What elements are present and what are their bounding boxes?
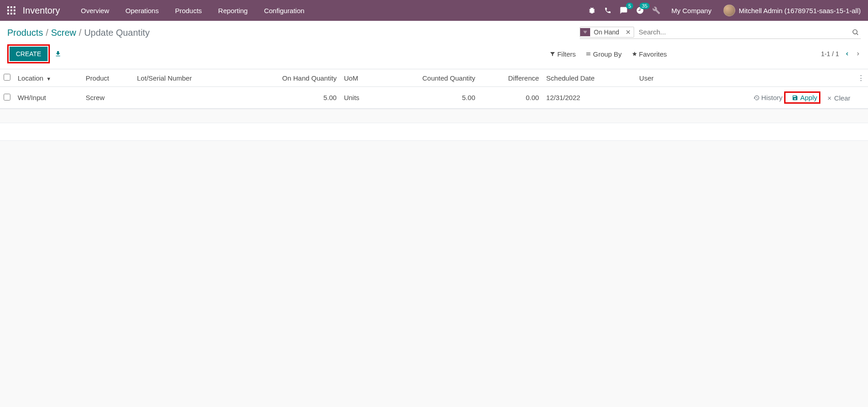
messages-icon[interactable]: 5: [620, 6, 628, 14]
activities-icon[interactable]: 35: [636, 6, 644, 14]
create-highlight: CREATE: [7, 44, 50, 63]
svg-rect-2: [14, 6, 15, 8]
breadcrumb-products[interactable]: Products: [7, 28, 43, 38]
svg-rect-8: [14, 13, 15, 14]
cell-location: WH/Input: [14, 87, 82, 109]
tools-icon[interactable]: [652, 6, 660, 14]
breadcrumb: Products / Screw / Update Quantity: [7, 28, 150, 38]
apply-highlight: Apply: [784, 91, 820, 104]
app-brand[interactable]: Inventory: [23, 5, 60, 16]
avatar: [723, 5, 735, 16]
menu-products[interactable]: Products: [167, 0, 210, 21]
activities-badge: 35: [640, 3, 650, 9]
col-location[interactable]: Location ▼: [14, 69, 82, 87]
pager-range[interactable]: 1-1 / 1: [821, 50, 839, 57]
facet-label: On Hand: [590, 27, 623, 37]
main-menu: Overview Operations Products Reporting C…: [73, 0, 312, 21]
pager-next-icon[interactable]: [855, 51, 861, 57]
filter-icon: [580, 28, 590, 36]
apps-icon[interactable]: [7, 6, 15, 14]
svg-rect-3: [7, 10, 9, 11]
groupby-button[interactable]: Group By: [586, 50, 621, 58]
search-input[interactable]: [637, 26, 850, 38]
systray: 5 35 My Company Mitchell Admin (16789751…: [588, 5, 861, 16]
top-navbar: Inventory Overview Operations Products R…: [0, 0, 868, 21]
svg-rect-1: [10, 6, 12, 8]
user-menu[interactable]: Mitchell Admin (16789751-saas-15-1-all): [723, 5, 861, 16]
favorites-button[interactable]: Favorites: [632, 50, 667, 58]
svg-rect-5: [14, 10, 15, 11]
export-icon[interactable]: [54, 50, 62, 57]
col-counted[interactable]: Counted Quantity: [378, 69, 479, 87]
bug-icon[interactable]: [588, 6, 596, 14]
col-product[interactable]: Product: [82, 69, 133, 87]
col-user[interactable]: User: [635, 69, 672, 87]
history-button[interactable]: History: [753, 94, 783, 101]
cell-uom: Units: [340, 87, 378, 109]
svg-line-10: [857, 34, 858, 35]
pager-prev-icon[interactable]: [844, 51, 850, 57]
breadcrumb-screw[interactable]: Screw: [51, 28, 77, 38]
search-icon[interactable]: [850, 29, 861, 36]
col-uom[interactable]: UoM: [340, 69, 378, 87]
menu-reporting[interactable]: Reporting: [210, 0, 256, 21]
svg-rect-4: [10, 10, 12, 11]
svg-rect-7: [10, 13, 12, 14]
menu-configuration[interactable]: Configuration: [256, 0, 312, 21]
facet-close-icon[interactable]: ✕: [623, 27, 634, 37]
phone-icon[interactable]: [604, 7, 611, 14]
cell-scheduled[interactable]: 12/31/2022: [543, 87, 635, 109]
col-scheduled[interactable]: Scheduled Date: [543, 69, 635, 87]
control-panel: Products / Screw / Update Quantity On Ha…: [0, 21, 868, 69]
row-checkbox[interactable]: [4, 94, 10, 101]
list-view: Location ▼ Product Lot/Serial Number On …: [0, 69, 868, 109]
svg-rect-0: [7, 6, 9, 8]
search-options: Filters Group By Favorites: [550, 50, 667, 58]
menu-overview[interactable]: Overview: [73, 0, 117, 21]
cell-lot: [133, 87, 237, 109]
cell-counted[interactable]: 5.00: [378, 87, 479, 109]
table-row[interactable]: WH/Input Screw 5.00 Units 5.00 0.00 12/3…: [0, 87, 868, 109]
company-switcher[interactable]: My Company: [671, 7, 711, 14]
messages-badge: 5: [626, 3, 633, 9]
filters-button[interactable]: Filters: [550, 50, 576, 58]
pager: 1-1 / 1: [667, 50, 861, 57]
select-all-checkbox[interactable]: [4, 74, 10, 81]
cell-difference: 0.00: [479, 87, 543, 109]
apply-button[interactable]: Apply: [792, 94, 817, 101]
cell-product: Screw: [82, 87, 133, 109]
clear-button[interactable]: Clear: [827, 94, 850, 102]
user-name: Mitchell Admin (16789751-saas-15-1-all): [739, 7, 861, 14]
col-difference[interactable]: Difference: [479, 69, 543, 87]
search-box[interactable]: On Hand ✕: [580, 26, 861, 39]
svg-rect-6: [7, 13, 9, 14]
cell-user[interactable]: [635, 87, 672, 109]
caret-down-icon: ▼: [46, 76, 51, 81]
svg-point-9: [853, 29, 857, 34]
menu-operations[interactable]: Operations: [117, 0, 167, 21]
columns-menu-icon[interactable]: ⋮: [854, 69, 868, 87]
breadcrumb-current: Update Quantity: [84, 28, 150, 38]
col-lot[interactable]: Lot/Serial Number: [133, 69, 237, 87]
create-button[interactable]: CREATE: [10, 47, 48, 61]
col-onhand[interactable]: On Hand Quantity: [237, 69, 340, 87]
cell-onhand: 5.00: [237, 87, 340, 109]
search-facet-onhand: On Hand ✕: [580, 27, 634, 38]
footer-band: [0, 123, 868, 141]
